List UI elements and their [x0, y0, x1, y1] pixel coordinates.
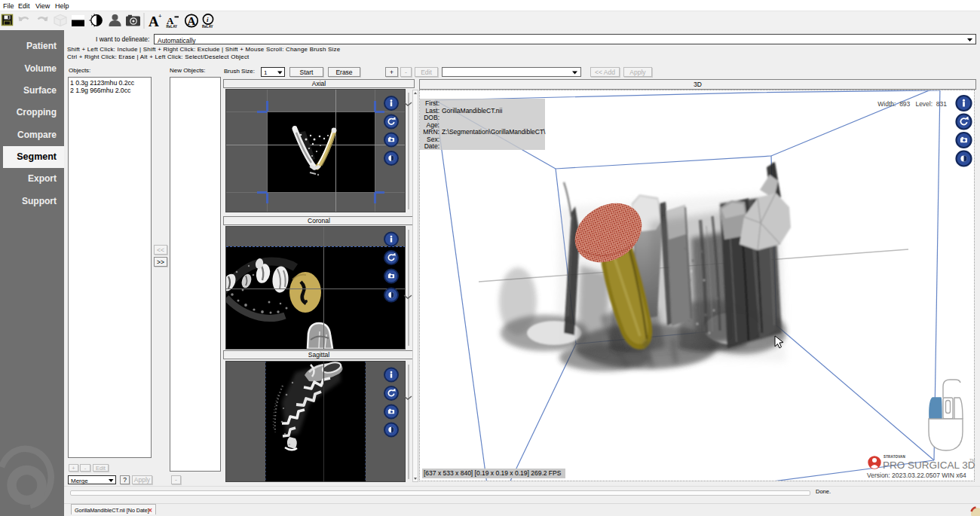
svg-text:+: + — [158, 13, 162, 20]
svg-text:i: i — [207, 16, 209, 23]
svg-text:A: A — [188, 15, 196, 27]
svg-text:TM: TM — [969, 458, 975, 463]
svg-text:Version: 2023.03.22.0507 WIN x: Version: 2023.03.22.0507 WIN x64 — [867, 472, 966, 479]
svg-text:STRATOVAN: STRATOVAN — [884, 455, 905, 459]
svg-text:PRO SURGICAL 3D: PRO SURGICAL 3D — [883, 460, 975, 471]
svg-text:ReLAY: ReLAY — [167, 25, 178, 29]
svg-text:A: A — [149, 14, 159, 29]
svg-text:ReLAY: ReLAY — [202, 25, 213, 29]
